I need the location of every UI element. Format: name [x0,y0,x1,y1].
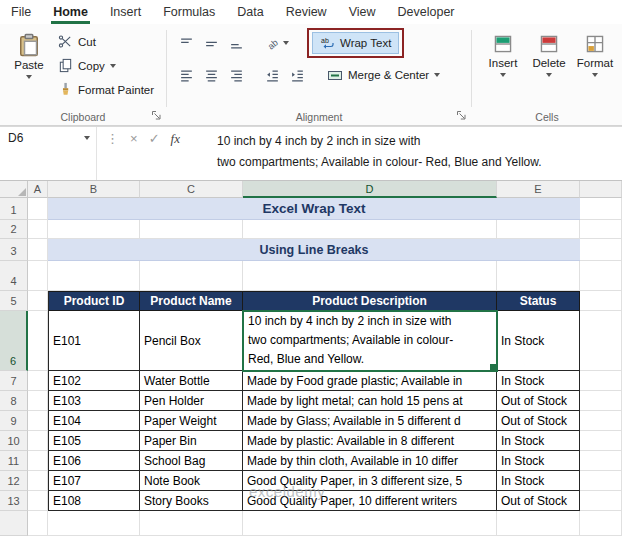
cell-product-id[interactable]: E104 [48,411,140,431]
middle-align-button[interactable] [200,32,222,54]
cell-status[interactable]: Out of Stock [497,411,580,431]
clipboard-dialog-launcher-icon[interactable] [151,110,163,122]
formula-bar-handle-icon[interactable]: ⋮ [106,131,119,146]
cell-f6[interactable] [580,311,622,371]
cell-product-id[interactable]: E105 [48,431,140,451]
row-header-3[interactable]: 3 [0,239,28,261]
alignment-dialog-launcher-icon[interactable] [456,110,468,122]
decrease-indent-button[interactable] [261,64,283,86]
cell-col-a[interactable] [28,431,48,451]
align-left-button[interactable] [175,64,197,86]
cell-col-f[interactable] [580,391,622,411]
cell-c2[interactable] [140,220,243,239]
row-header[interactable]: 7 [0,371,28,391]
cell-product-name[interactable]: Paper Weight [140,411,243,431]
cell-product-id[interactable]: E103 [48,391,140,411]
tab-data[interactable]: Data [226,0,274,24]
cell-product-name[interactable]: Water Bottle [140,371,243,391]
cell-f3[interactable] [580,239,622,261]
tab-developer[interactable]: Developer [387,0,466,24]
cell-a6[interactable] [28,311,48,371]
cell-c4[interactable] [140,261,243,291]
cell-col-a[interactable] [28,391,48,411]
cell-product-description[interactable]: Good Quality Paper, 10 different writers [243,491,497,511]
row-header-6[interactable]: 6 [0,311,28,371]
filler-cell[interactable] [28,511,48,536]
cell-product-name[interactable]: Note Book [140,471,243,491]
tab-home[interactable]: Home [42,0,99,24]
align-center-button[interactable] [200,64,222,86]
cell-col-a[interactable] [28,411,48,431]
cell-product-description[interactable]: Made by Glass; Available in 5 different … [243,411,497,431]
cell-col-f[interactable] [580,371,622,391]
tab-review[interactable]: Review [275,0,338,24]
cell-product-id[interactable]: E102 [48,371,140,391]
row-header[interactable]: 11 [0,451,28,471]
row-header[interactable]: 9 [0,411,28,431]
cell-col-a[interactable] [28,471,48,491]
cell-status[interactable]: In Stock [497,431,580,451]
column-header-b[interactable]: B [48,181,140,198]
cell-e2[interactable] [497,220,580,239]
wrap-text-button[interactable]: ab Wrap Text [312,32,399,54]
column-header-f[interactable] [580,181,622,198]
cell-col-a[interactable] [28,371,48,391]
tab-view[interactable]: View [338,0,387,24]
cell-product-name[interactable]: Pencil Box [140,311,243,371]
cell-d4[interactable] [243,261,497,291]
enter-icon[interactable]: ✓ [149,131,160,146]
insert-cells-button[interactable]: Insert [480,29,526,107]
cell-e4[interactable] [497,261,580,291]
row-header[interactable]: 10 [0,431,28,451]
cell-product-description[interactable]: Good Quality Paper, in 3 different size,… [243,471,497,491]
cell-a5[interactable] [28,291,48,311]
increase-indent-button[interactable] [286,64,308,86]
row-header-1[interactable]: 1 [0,198,28,220]
cancel-icon[interactable]: × [130,131,138,146]
format-cells-button[interactable]: Format [572,29,618,107]
tab-file[interactable]: File [0,0,42,24]
cell-status[interactable]: In Stock [497,311,580,371]
cell-product-name[interactable]: Pen Holder [140,391,243,411]
cell-status[interactable]: Out of Stock [497,491,580,511]
cell-a2[interactable] [28,220,48,239]
cell-a3[interactable] [28,239,48,261]
column-header-c[interactable]: C [140,181,243,198]
table-header-product-id[interactable]: Product ID [48,291,140,311]
cell-product-description[interactable]: Made by thin cloth, Available in 10 diff… [243,451,497,471]
cell-col-a[interactable] [28,491,48,511]
cell-product-id[interactable]: E108 [48,491,140,511]
cell-product-description[interactable]: Made by Food grade plastic; Available in [243,371,497,391]
align-right-button[interactable] [225,64,247,86]
insert-function-icon[interactable]: fx [171,131,180,147]
delete-cells-button[interactable]: Delete [526,29,572,107]
cell-col-f[interactable] [580,431,622,451]
copy-button[interactable]: Copy [56,55,156,76]
filler-cell[interactable] [580,511,622,536]
row-header[interactable]: 13 [0,491,28,511]
cell-b2[interactable] [48,220,140,239]
cell-col-f[interactable] [580,451,622,471]
selected-cell-d6[interactable]: 10 inch by 4 inch by 2 inch in size with… [243,311,497,371]
column-header-a[interactable]: A [28,181,48,198]
cell-status[interactable]: In Stock [497,371,580,391]
cell-status[interactable]: In Stock [497,471,580,491]
cell-col-a[interactable] [28,451,48,471]
cell-a4[interactable] [28,261,48,291]
cell-col-f[interactable] [580,471,622,491]
merge-center-button[interactable]: Merge & Center [322,64,445,86]
sheet-title-cell[interactable]: Excel Wrap Text [48,198,580,220]
row-header-5[interactable]: 5 [0,291,28,311]
filler-cell[interactable] [243,511,497,536]
cell-product-description[interactable]: Made by plastic: Available in 8 differen… [243,431,497,451]
bottom-align-button[interactable] [225,32,247,54]
top-align-button[interactable] [175,32,197,54]
formula-input[interactable]: 10 inch by 4 inch by 2 inch in size with… [189,127,622,180]
cell-a1[interactable] [28,198,48,220]
row-header[interactable]: 8 [0,391,28,411]
row-header-4[interactable]: 4 [0,261,28,291]
cell-product-description[interactable]: Made by light metal; can hold 15 pens at [243,391,497,411]
row-header-filler[interactable] [0,511,28,536]
orientation-button[interactable]: ab [261,32,293,54]
name-box[interactable]: D6 [0,127,97,180]
